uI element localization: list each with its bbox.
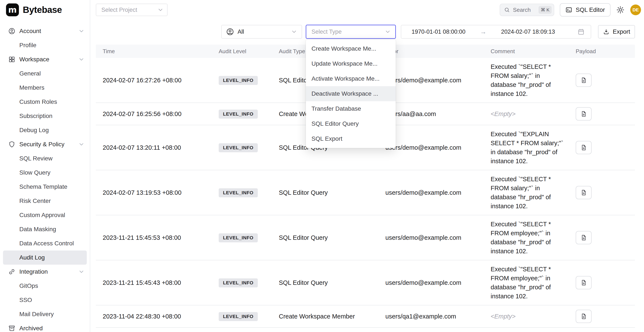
payload-view-button[interactable] bbox=[576, 231, 592, 244]
sidebar-group-archived[interactable]: Archived bbox=[0, 321, 90, 332]
audit-log-row: 2023-11-04 22:48:30 +08:00LEVEL_INFOCrea… bbox=[96, 305, 635, 328]
sidebar-group-label: Account bbox=[19, 28, 41, 34]
sidebar-item-sso[interactable]: SSO bbox=[3, 293, 87, 307]
sidebar-group-label: Integration bbox=[19, 268, 48, 275]
sidebar-item-debug-log[interactable]: Debug Log bbox=[3, 123, 87, 137]
payload-view-button[interactable] bbox=[576, 276, 592, 289]
cell-comment: Executed `"SELECT * FROM employee;"` in … bbox=[491, 220, 573, 256]
level-badge: LEVEL_INFO bbox=[219, 110, 258, 119]
type-menu-item-sql-export[interactable]: SQL Export bbox=[306, 131, 396, 146]
search-input[interactable]: Search ⌘ K bbox=[500, 4, 554, 16]
user-icon bbox=[8, 27, 16, 35]
brand-name: Bytebase bbox=[23, 5, 62, 15]
sidebar-item-profile[interactable]: Profile bbox=[3, 38, 87, 52]
cell-audit-level: LEVEL_INFO bbox=[219, 278, 279, 287]
sidebar-item-risk-center[interactable]: Risk Center bbox=[3, 194, 87, 208]
export-label: Export bbox=[613, 28, 630, 35]
type-menu-item-update-workspace-me[interactable]: Update Workspace Me... bbox=[306, 56, 396, 71]
sidebar-item-schema-template[interactable]: Schema Template bbox=[3, 180, 87, 194]
payload-view-button[interactable] bbox=[576, 74, 592, 87]
cell-actor: users/demo@example.com bbox=[385, 234, 491, 241]
terminal-icon bbox=[566, 6, 572, 13]
sidebar-item-sql-review[interactable]: SQL Review bbox=[3, 152, 87, 166]
sidebar-item-general[interactable]: General bbox=[3, 66, 87, 81]
sidebar-item-gitops[interactable]: GitOps bbox=[3, 279, 87, 293]
sidebar-item-members[interactable]: Members bbox=[3, 81, 87, 95]
sidebar-nav: AccountProfileWorkspaceGeneralMembersCus… bbox=[0, 20, 90, 332]
sidebar-item-mail-delivery[interactable]: Mail Delivery bbox=[3, 307, 87, 321]
cell-comment: Executed `"SELECT * FROM employee;"` in … bbox=[491, 265, 573, 301]
audit-log-row: 2023-11-21 15:45:43 +08:00LEVEL_INFOSQL … bbox=[96, 260, 635, 305]
col-header-comment: Comment bbox=[491, 47, 573, 56]
sidebar-item-data-masking[interactable]: Data Masking bbox=[3, 222, 87, 236]
cell-audit-type: SQL Editor Query bbox=[279, 279, 385, 286]
chevron-down-icon bbox=[157, 7, 164, 13]
sidebar-item-audit-log[interactable]: Audit Log bbox=[3, 251, 87, 265]
cell-time: 2023-11-21 15:45:53 +08:00 bbox=[96, 234, 219, 241]
level-badge: LEVEL_INFO bbox=[219, 143, 258, 152]
col-header-actor: Actor bbox=[385, 48, 491, 55]
bytebase-logo[interactable]: m Bytebase bbox=[0, 0, 90, 20]
cell-audit-type: SQL Editor Query bbox=[279, 189, 385, 196]
actor-filter-select[interactable]: All bbox=[221, 25, 302, 39]
user-avatar[interactable]: DE bbox=[630, 4, 641, 15]
payload-view-button[interactable] bbox=[576, 186, 592, 199]
file-icon bbox=[580, 189, 587, 196]
sidebar-item-subscription[interactable]: Subscription bbox=[3, 109, 87, 123]
type-filter-select[interactable]: Select Type bbox=[306, 25, 396, 39]
cell-time: 2024-02-07 13:19:53 +08:00 bbox=[96, 189, 219, 196]
file-icon bbox=[580, 279, 587, 286]
sidebar-group-workspace[interactable]: Workspace bbox=[0, 52, 90, 66]
cell-actor: users/demo@example.com bbox=[385, 279, 491, 286]
sidebar-item-data-access-control[interactable]: Data Access Control bbox=[3, 236, 87, 251]
sidebar-item-slow-query[interactable]: Slow Query bbox=[3, 166, 87, 180]
cell-payload bbox=[573, 231, 635, 244]
sidebar-group-account[interactable]: Account bbox=[0, 24, 90, 38]
cell-audit-level: LEVEL_INFO bbox=[219, 76, 279, 85]
actor-filter-value: All bbox=[238, 28, 244, 35]
cell-payload bbox=[573, 141, 635, 154]
sidebar-group-integration[interactable]: Integration bbox=[0, 265, 90, 279]
cell-audit-type: SQL Editor Query bbox=[279, 234, 385, 241]
level-badge: LEVEL_INFO bbox=[219, 188, 258, 197]
sidebar-item-custom-roles[interactable]: Custom Roles bbox=[3, 95, 87, 109]
cell-actor: users/demo@example.com bbox=[385, 77, 491, 84]
cell-comment: <Empty> bbox=[491, 312, 573, 321]
cell-comment: <Empty> bbox=[491, 109, 573, 118]
topbar-right: Search ⌘ K SQL Editor DE bbox=[500, 3, 641, 16]
type-menu-item-sql-editor-query[interactable]: SQL Editor Query bbox=[306, 116, 396, 131]
cell-time: 2023-11-04 22:48:30 +08:00 bbox=[96, 313, 219, 320]
export-button[interactable]: Export bbox=[598, 25, 635, 38]
audit-log-row: 2023-11-21 15:45:53 +08:00LEVEL_INFOSQL … bbox=[96, 215, 635, 260]
empty-comment: <Empty> bbox=[491, 110, 516, 117]
sidebar: m Bytebase AccountProfileWorkspaceGenera… bbox=[0, 0, 90, 332]
sidebar-group-label: Archived bbox=[19, 325, 43, 332]
payload-view-button[interactable] bbox=[576, 310, 592, 323]
sidebar-item-custom-approval[interactable]: Custom Approval bbox=[3, 208, 87, 222]
sidebar-group-security-policy[interactable]: Security & Policy bbox=[0, 137, 90, 152]
chevron-down-icon bbox=[78, 28, 85, 34]
date-range-picker[interactable]: 1970-01-01 08:00:00 → 2024-02-07 18:09:1… bbox=[401, 25, 591, 39]
cell-payload bbox=[573, 107, 635, 121]
calendar-icon bbox=[578, 28, 585, 35]
type-menu-item-deactivate-workspace[interactable]: Deactivate Workspace ... bbox=[306, 86, 396, 101]
cell-audit-level: LEVEL_INFO bbox=[219, 143, 279, 152]
type-menu-item-transfer-database[interactable]: Transfer Database bbox=[306, 101, 396, 116]
col-header-audit-level: Audit Level bbox=[219, 48, 279, 55]
date-to-value: 2024-02-07 18:09:13 bbox=[501, 28, 555, 35]
payload-view-button[interactable] bbox=[576, 141, 592, 154]
cell-payload bbox=[573, 74, 635, 87]
cell-actor: users/aa@aa.com bbox=[385, 110, 491, 118]
file-icon bbox=[580, 77, 587, 84]
payload-view-button[interactable] bbox=[576, 107, 592, 121]
project-select[interactable]: Select Project bbox=[96, 4, 168, 16]
cell-comment: Executed `"SELECT * FROM salary;"` in da… bbox=[491, 62, 573, 98]
sql-editor-button[interactable]: SQL Editor bbox=[560, 3, 610, 16]
cell-payload bbox=[573, 186, 635, 199]
settings-gear-icon[interactable] bbox=[616, 5, 625, 14]
level-badge: LEVEL_INFO bbox=[219, 312, 258, 321]
cell-actor: users/qa1@example.com bbox=[385, 313, 491, 320]
type-menu-item-create-workspace-me[interactable]: Create Workspace Me... bbox=[306, 41, 396, 56]
type-menu-item-activate-workspace-me[interactable]: Activate Workspace Me... bbox=[306, 71, 396, 86]
topbar: Select Project Search ⌘ K SQL Editor DE bbox=[90, 0, 644, 20]
